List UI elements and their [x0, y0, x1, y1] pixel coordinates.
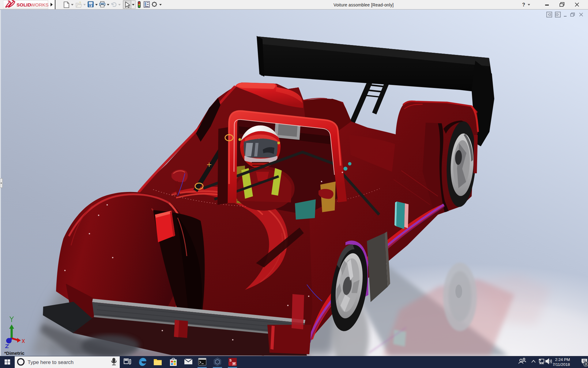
svg-text:*Dimetric: *Dimetric [4, 351, 24, 356]
svg-text:WORKS: WORKS [31, 2, 49, 7]
svg-text:2017: 2017 [232, 364, 236, 366]
svg-text:SOLID: SOLID [17, 2, 31, 7]
svg-text:?: ? [522, 2, 525, 7]
svg-text:S: S [229, 358, 232, 362]
svg-text:3: 3 [585, 362, 587, 366]
